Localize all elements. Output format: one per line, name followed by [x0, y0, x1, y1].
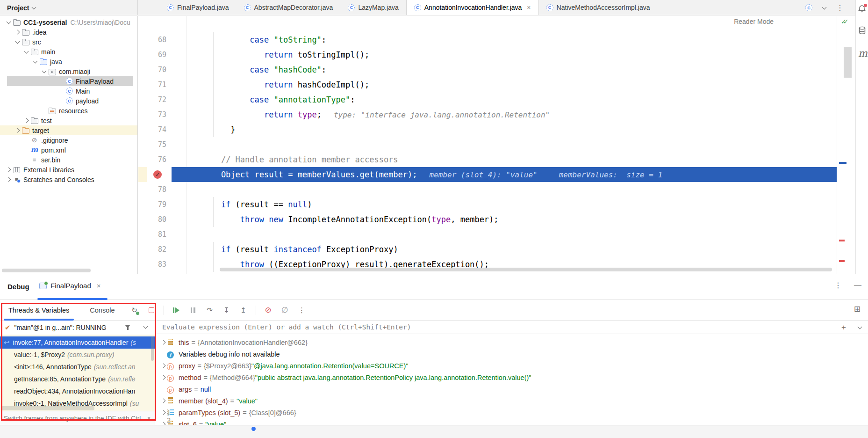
line-number[interactable]: 81	[138, 227, 166, 242]
database-icon[interactable]	[858, 26, 866, 36]
frames-hscrollbar[interactable]	[1, 406, 94, 410]
tree-item-finalpayload[interactable]: CFinalPayload	[0, 76, 138, 86]
line-number[interactable]: 70	[138, 62, 166, 77]
chevron-down-icon[interactable]	[5, 22, 13, 23]
tree-item-com-miaoji[interactable]: com.miaoji	[0, 66, 138, 76]
line-number[interactable]: 79	[138, 197, 166, 212]
layout-settings-icon[interactable]: ⊞	[854, 304, 861, 314]
chevron-right-icon[interactable]	[159, 364, 167, 367]
chevron-right-icon[interactable]	[159, 341, 167, 344]
minimize-icon[interactable]: —	[854, 281, 861, 290]
line-number[interactable]: 78	[138, 182, 166, 197]
line-number[interactable]: 69	[138, 47, 166, 62]
editor-tab[interactable]: CFinalPayload.java	[159, 0, 237, 15]
breakpoint-icon[interactable]: ✓	[153, 170, 162, 179]
chevron-down-icon[interactable]	[31, 61, 39, 63]
add-watch-icon[interactable]: +	[841, 323, 846, 332]
class-icon[interactable]: C	[805, 4, 812, 11]
code-line-79[interactable]: if (result == null)	[183, 197, 837, 212]
stack-frame[interactable]: <init>:146, AnnotationType(sun.reflect.a…	[0, 361, 155, 373]
chevron-down-icon[interactable]	[14, 41, 22, 43]
tab-threads-variables[interactable]: Threads & Variables	[7, 300, 71, 321]
variable-row-member-slot-4-[interactable]: member (slot_4)="value"	[156, 395, 868, 407]
stack-frame[interactable]: ↩invoke:77, AnnotationInvocationHandler(…	[0, 336, 155, 349]
tree-item-cc1-ysoserial[interactable]: CC1-ysoserialC:\Users\miaoj\Docu	[0, 17, 138, 27]
chevron-down-icon[interactable]	[822, 5, 827, 9]
line-number[interactable]	[138, 167, 166, 182]
variable-row-info[interactable]: iVariables debug info not available	[156, 348, 868, 360]
close-icon[interactable]: ×	[97, 282, 101, 290]
thread-row[interactable]: ✔ "main"@1 in g...ain": RUNNING	[0, 321, 155, 335]
view-breakpoints-icon[interactable]: ⊘	[264, 306, 273, 315]
code-line-81[interactable]	[183, 227, 837, 242]
chevron-down-icon[interactable]	[858, 325, 862, 329]
code-line-69[interactable]: return toStringImpl();	[183, 47, 837, 62]
notifications-bell-icon[interactable]	[858, 5, 866, 13]
code-line-78[interactable]	[183, 182, 837, 197]
code-line-68[interactable]: case "toString":	[183, 32, 837, 47]
chevron-right-icon[interactable]	[5, 168, 13, 171]
chevron-down-icon[interactable]	[143, 324, 148, 329]
line-number[interactable]: 73	[138, 107, 166, 122]
frames-vscrollbar[interactable]	[151, 336, 154, 361]
stop-icon[interactable]	[147, 306, 156, 315]
editor-tab[interactable]: CAnnotationInvocationHandler.java×	[406, 0, 539, 15]
rerun-debug-icon[interactable]: ↻	[130, 306, 139, 315]
project-tool-header[interactable]: Project	[0, 0, 138, 15]
line-number[interactable]: 76	[138, 152, 166, 167]
more-options-icon[interactable]: ⋮	[297, 306, 307, 315]
debug-session-tab[interactable]: FinalPayload ×	[39, 282, 100, 290]
editor-tab[interactable]: CAbstractMapDecorator.java	[237, 0, 341, 15]
line-number[interactable]: 83	[138, 257, 166, 272]
error-stripe-mark[interactable]	[839, 260, 845, 262]
more-options-icon[interactable]: ⋮	[836, 3, 844, 12]
error-stripe-mark[interactable]	[839, 240, 845, 241]
code-editor[interactable]: 68 case "toString":69 return toStringImp…	[138, 16, 837, 274]
chevron-right-icon[interactable]	[14, 129, 22, 132]
line-number[interactable]: 82	[138, 242, 166, 257]
tree-item-payload[interactable]: Cpayload	[0, 96, 138, 106]
chevron-down-icon[interactable]	[22, 51, 30, 53]
editor-tab[interactable]: CNativeMethodAccessorImpl.java	[539, 0, 658, 15]
tree-item-main[interactable]: CMain	[0, 86, 138, 96]
stack-frame[interactable]: value:-1, $Proxy2(com.sun.proxy)	[0, 349, 155, 361]
inspections-ok-icon[interactable]: ✓✓	[841, 18, 855, 25]
tree-item--gitignore[interactable]: ⊘.gitignore	[0, 135, 138, 145]
stack-frame[interactable]: readObject:434, AnnotationInvocationHan	[0, 385, 155, 397]
tree-item-pom-xml[interactable]: mpom.xml	[0, 145, 138, 155]
tree-item-test[interactable]: test	[0, 116, 138, 125]
resume-icon[interactable]	[172, 306, 181, 315]
tree-item-java[interactable]: java	[0, 57, 138, 66]
stack-frame[interactable]: getInstance:85, AnnotationType(sun.refle	[0, 373, 155, 385]
close-icon[interactable]: ×	[527, 4, 531, 11]
code-line-74[interactable]: }	[183, 122, 837, 137]
code-line-80[interactable]: throw new IncompleteAnnotationException(…	[183, 212, 837, 227]
tree-item-main[interactable]: main	[0, 47, 138, 57]
tree-item-ser-bin[interactable]: ≡ser.bin	[0, 155, 138, 165]
variable-row-method[interactable]: pmethod={Method@664} "public abstract ja…	[156, 372, 868, 383]
tree-item-scratches-and-consoles[interactable]: ≡Scratches and Consoles	[0, 175, 138, 184]
code-line-75[interactable]	[183, 137, 837, 152]
filter-funnel-icon[interactable]	[125, 325, 130, 328]
variable-row-slot-6[interactable]: slot_6="value"	[156, 418, 868, 425]
mute-breakpoints-icon[interactable]: ∅	[280, 306, 290, 315]
chevron-right-icon[interactable]	[22, 119, 30, 122]
step-out-icon[interactable]: ↥	[239, 306, 248, 315]
maven-icon[interactable]: m	[858, 48, 868, 59]
tab-console[interactable]: Console	[88, 300, 116, 321]
editor-hscrollbar[interactable]	[220, 268, 832, 271]
step-into-icon[interactable]: ↧	[222, 306, 231, 315]
code-line-82[interactable]: if (result instanceof ExceptionProxy)	[183, 242, 837, 257]
editor-error-stripe[interactable]: ✓✓	[837, 16, 855, 274]
step-over-icon[interactable]: ↷	[205, 306, 215, 315]
chevron-right-icon[interactable]	[159, 376, 167, 379]
pause-icon[interactable]	[188, 306, 198, 315]
line-number[interactable]: 71	[138, 77, 166, 92]
project-hscrollbar[interactable]	[2, 269, 91, 272]
evaluate-expression-bar[interactable]: Evaluate expression (Enter) or add a wat…	[156, 321, 868, 334]
line-number[interactable]: 72	[138, 92, 166, 107]
chevron-right-icon[interactable]	[5, 178, 13, 181]
code-line-72[interactable]: case "annotationType":	[183, 92, 837, 107]
chevron-right-icon[interactable]	[159, 411, 167, 414]
reader-mode-label[interactable]: Reader Mode	[734, 18, 774, 25]
